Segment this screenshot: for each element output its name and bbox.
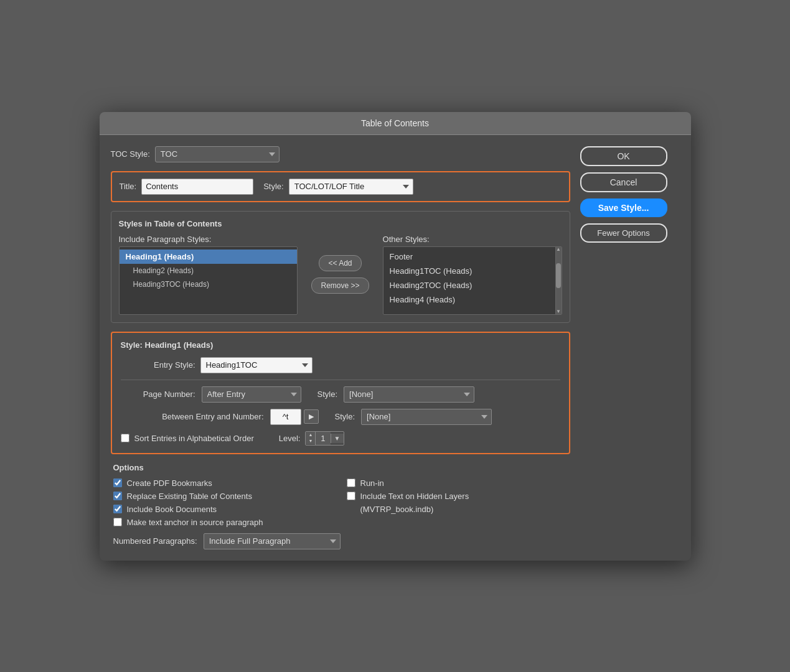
between-style-select[interactable]: [None] [361, 409, 492, 425]
toc-style-select[interactable]: TOC [155, 146, 280, 162]
dialog-titlebar: Table of Contents [100, 112, 691, 135]
include-hidden-row: Include Text on Hidden Layers [347, 492, 568, 501]
replace-existing-checkbox[interactable] [113, 492, 122, 500]
toc-style-label: TOC Style: [111, 149, 150, 159]
dialog-container: Table of Contents TOC Style: TOC Title: [100, 112, 691, 561]
list-item[interactable]: Heading3TOC (Heads) [120, 278, 298, 291]
sort-checkbox[interactable] [121, 434, 129, 442]
numbered-label: Numbered Paragraphs: [113, 536, 197, 546]
save-style-button[interactable]: Save Style... [580, 198, 667, 217]
toc-style-row: TOC Style: TOC [111, 146, 570, 162]
remove-button[interactable]: Remove >> [311, 278, 369, 294]
make-anchor-row: Make text anchor in source paragraph [113, 518, 334, 527]
options-right-col: Run-in Include Text on Hidden Layers (MV… [347, 478, 568, 514]
title-input[interactable] [141, 179, 253, 195]
style-label: Style: [263, 182, 284, 191]
options-section: Options Create PDF Bookmarks Replace Exi… [111, 463, 570, 549]
title-style-row: Title: Style: TOC/LOT/LOF Title [120, 179, 562, 195]
sort-checkbox-row: Sort Entries in Alphabetical Order [121, 434, 254, 443]
title-label: Title: [120, 182, 137, 191]
page-number-label: Page Number: [121, 390, 195, 399]
style-heading-title: Style: Heading1 (Heads) [121, 340, 560, 350]
title-style-section: Title: Style: TOC/LOT/LOF Title [111, 171, 570, 202]
book-file-label: (MVTRP_book.indb) [347, 505, 568, 514]
entry-style-label: Entry Style: [121, 360, 195, 370]
between-style-label: Style: [335, 412, 355, 421]
sort-level-row: Sort Entries in Alphabetical Order Level… [121, 431, 560, 446]
include-styles-list: Heading1 (Heads) Heading2 (Heads) Headin… [119, 246, 298, 315]
list-item[interactable]: Heading2TOC (Heads) [383, 278, 553, 292]
between-entry-row: Between Entry and Number: ▶ Style: [None… [121, 409, 560, 425]
include-hidden-checkbox[interactable] [347, 492, 355, 500]
include-hidden-label: Include Text on Hidden Layers [360, 492, 469, 501]
replace-existing-label: Replace Existing Table of Contents [127, 492, 252, 501]
title-field-group: Title: [120, 179, 254, 195]
numbered-select[interactable]: Include Full Paragraph [204, 533, 341, 549]
scrollbar-thumb[interactable] [556, 263, 561, 288]
make-anchor-label: Make text anchor in source paragraph [127, 518, 263, 527]
page-number-select[interactable]: After Entry [202, 386, 301, 403]
level-dropdown-button[interactable]: ▼ [331, 434, 344, 443]
level-up-button[interactable]: ▲ [306, 432, 315, 438]
level-down-button[interactable]: ▼ [306, 438, 315, 444]
level-value: 1 [315, 432, 330, 445]
sort-label: Sort Entries in Alphabetical Order [134, 434, 254, 443]
fewer-options-button[interactable]: Fewer Options [580, 223, 667, 243]
scroll-up-icon[interactable]: ▲ [556, 247, 561, 252]
numbered-row: Numbered Paragraphs: Include Full Paragr… [113, 533, 568, 549]
run-in-label: Run-in [360, 478, 384, 488]
dialog-right-panel: OK Cancel Save Style... Fewer Options [580, 146, 680, 549]
entry-style-row: Entry Style: Heading1TOC [121, 357, 560, 373]
other-styles-list: Footer Heading1TOC (Heads) Heading2TOC (… [383, 246, 562, 315]
other-styles-col: Other Styles: Footer Heading1TOC (Heads)… [383, 235, 562, 315]
dialog-title: Table of Contents [361, 118, 429, 128]
add-remove-col: << Add Remove >> [304, 235, 376, 315]
style-field-group: Style: TOC/LOT/LOF Title [263, 179, 413, 195]
list-item[interactable]: Heading4 (Heads) [383, 292, 553, 307]
scroll-down-icon[interactable]: ▼ [556, 309, 561, 314]
styles-toc-panel: Styles in Table of Contents Include Para… [111, 211, 570, 323]
between-label: Between Entry and Number: [121, 412, 264, 421]
divider [121, 380, 560, 380]
styles-section-header: Styles in Table of Contents [119, 219, 562, 228]
between-entry-field: ▶ [270, 409, 319, 425]
cancel-button[interactable]: Cancel [580, 172, 667, 192]
make-anchor-checkbox[interactable] [113, 518, 122, 526]
include-styles-box: Include Paragraph Styles: Heading1 (Head… [119, 235, 298, 315]
between-entry-input[interactable] [270, 409, 301, 425]
include-book-checkbox[interactable] [113, 505, 122, 513]
list-item[interactable]: Footer [383, 250, 553, 264]
add-button[interactable]: << Add [319, 255, 361, 271]
other-styles-label: Other Styles: [383, 235, 562, 244]
title-style-select[interactable]: TOC/LOT/LOF Title [289, 179, 413, 195]
level-arrows: ▲ ▼ [306, 432, 315, 445]
create-pdf-row: Create PDF Bookmarks [113, 478, 334, 488]
page-style-label: Style: [317, 390, 338, 399]
list-item[interactable]: Heading1TOC (Heads) [383, 264, 553, 278]
include-label: Include Paragraph Styles: [119, 235, 298, 244]
ok-button[interactable]: OK [580, 146, 667, 166]
options-header: Options [113, 463, 568, 472]
create-pdf-checkbox[interactable] [113, 478, 122, 487]
run-in-row: Run-in [347, 478, 568, 488]
run-in-checkbox[interactable] [347, 478, 355, 487]
level-label: Level: [279, 434, 301, 443]
dialog-left-panel: TOC Style: TOC Title: Style: TOC/LOT/LOF… [111, 146, 570, 549]
style-heading-section: Style: Heading1 (Heads) Entry Style: Hea… [111, 332, 570, 454]
level-stepper: ▲ ▼ 1 ▼ [305, 431, 344, 446]
dialog-body: TOC Style: TOC Title: Style: TOC/LOT/LOF… [100, 135, 691, 561]
list-item[interactable]: Heading2 (Heads) [120, 264, 298, 278]
options-grid: Create PDF Bookmarks Replace Existing Ta… [113, 478, 568, 527]
page-number-row: Page Number: After Entry Style: [None] [121, 386, 560, 403]
include-book-row: Include Book Documents [113, 505, 334, 514]
replace-existing-row: Replace Existing Table of Contents [113, 492, 334, 501]
page-style-select[interactable]: [None] [344, 386, 474, 403]
list-item[interactable]: Heading1 (Heads) [120, 250, 298, 264]
between-arrow-button[interactable]: ▶ [304, 409, 319, 424]
level-row: Level: ▲ ▼ 1 ▼ [279, 431, 344, 446]
options-left-col: Create PDF Bookmarks Replace Existing Ta… [113, 478, 334, 527]
entry-style-select[interactable]: Heading1TOC [200, 357, 313, 373]
scrollbar[interactable]: ▲ ▼ [555, 247, 562, 314]
include-book-label: Include Book Documents [127, 505, 217, 514]
create-pdf-label: Create PDF Bookmarks [127, 478, 212, 488]
